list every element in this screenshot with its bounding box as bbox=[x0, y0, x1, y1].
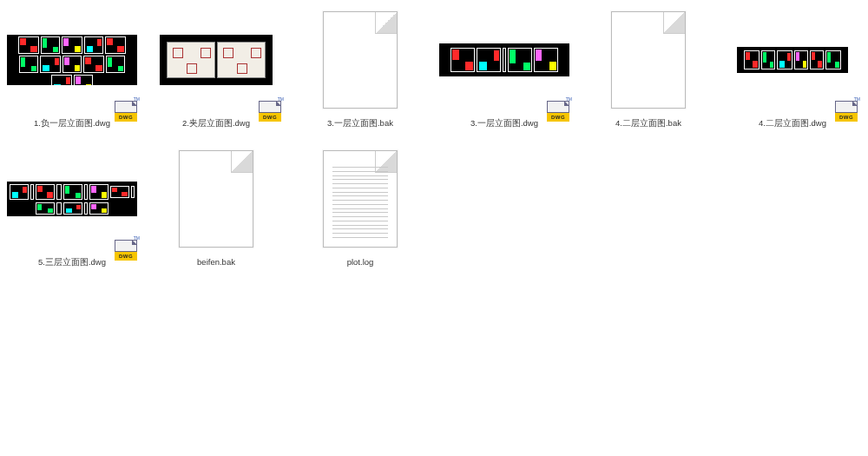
file-thumbnail bbox=[295, 142, 425, 255]
file-label[interactable]: 1.负一层立面图.dwg bbox=[34, 118, 110, 129]
cad-thumbnail bbox=[439, 43, 569, 76]
dwg-badge-icon: TMDWG bbox=[259, 101, 283, 122]
file-label[interactable]: 3.一层立面图.dwg bbox=[470, 118, 538, 129]
cad-thumbnail bbox=[7, 182, 137, 216]
file-label[interactable]: plot.log bbox=[347, 257, 374, 267]
file-item[interactable]: TMDWG3.一层立面图.dwg bbox=[432, 0, 576, 139]
file-label[interactable]: 2.夹层立面图.dwg bbox=[182, 118, 250, 129]
file-label[interactable]: 4.二层立面图.dwg bbox=[759, 118, 826, 129]
file-item[interactable]: TMDWG2.夹层立面图.dwg bbox=[144, 0, 288, 139]
file-thumbnail bbox=[583, 3, 713, 116]
file-thumbnail bbox=[7, 142, 137, 255]
cad-thumbnail bbox=[7, 35, 137, 85]
dwg-badge-icon: TMDWG bbox=[115, 101, 139, 122]
file-item[interactable]: 3.一层立面图.bak bbox=[288, 0, 432, 139]
file-thumbnail bbox=[439, 3, 569, 116]
file-thumbnail bbox=[151, 3, 281, 116]
file-thumbnail bbox=[295, 3, 425, 116]
file-thumbnail bbox=[151, 142, 281, 255]
file-grid: TMDWG1.负一层立面图.dwgTMDWG2.夹层立面图.dwg3.一层立面图… bbox=[0, 0, 868, 278]
dwg-badge-icon: TMDWG bbox=[835, 101, 859, 122]
file-label[interactable]: beifen.bak bbox=[197, 257, 235, 267]
log-file-icon bbox=[323, 150, 398, 248]
file-item[interactable]: plot.log bbox=[288, 139, 432, 278]
file-label[interactable]: 4.二层立面图.bak bbox=[615, 118, 681, 129]
blank-file-icon bbox=[323, 11, 398, 109]
dwg-badge-icon: TMDWG bbox=[547, 101, 571, 122]
file-item[interactable]: 4.二层立面图.bak bbox=[576, 0, 720, 139]
file-label[interactable]: 3.一层立面图.bak bbox=[327, 118, 393, 129]
file-item[interactable]: TMDWG1.负一层立面图.dwg bbox=[0, 0, 144, 139]
cad-thumbnail bbox=[737, 47, 848, 73]
cad-thumbnail bbox=[160, 35, 273, 85]
dwg-badge-icon: TMDWG bbox=[115, 240, 139, 261]
file-item[interactable]: TMDWG4.二层立面图.dwg bbox=[720, 0, 865, 139]
file-item[interactable]: TMDWG5.三层立面图.dwg bbox=[0, 139, 144, 278]
blank-file-icon bbox=[611, 11, 686, 109]
blank-file-icon bbox=[179, 150, 253, 248]
file-thumbnail bbox=[727, 3, 858, 116]
file-thumbnail bbox=[7, 3, 137, 116]
file-item[interactable]: beifen.bak bbox=[144, 139, 288, 278]
file-label[interactable]: 5.三层立面图.dwg bbox=[38, 257, 106, 268]
